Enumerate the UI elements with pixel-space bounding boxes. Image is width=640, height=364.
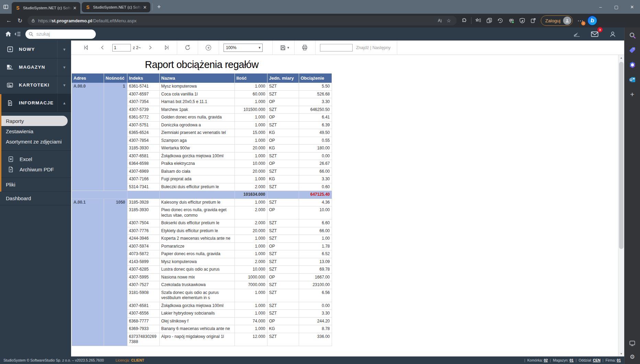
sidebar-settings-gear-icon[interactable]: ⚙ [628, 352, 637, 361]
obciazenie-cell: 1.00 [299, 235, 332, 243]
refresh-report-icon[interactable] [182, 42, 193, 54]
total-obciazenie-cell: 647125.40 [299, 191, 332, 199]
send-plane-icon[interactable] [572, 29, 582, 39]
back-icon[interactable]: ← [3, 15, 14, 26]
close-tab-icon[interactable]: ✕ [142, 4, 148, 10]
sidebar-item-label: Pliki [6, 182, 15, 187]
ilosc-cell: 1.000 [235, 152, 267, 160]
add-sidebar-item-icon[interactable]: + [628, 90, 637, 99]
read-aloud-icon[interactable]: A) [435, 16, 444, 25]
vertical-scrollbar[interactable]: ▲ ▼ [618, 55, 624, 356]
context-value-link[interactable]: 01 [570, 358, 574, 362]
informacje-section: INFORMACJE ▲ RaportyZestawieniaAsortymen… [0, 94, 71, 192]
chevron-up-icon[interactable]: ▲ [57, 94, 71, 112]
sidebar-item-label: Dashboard [6, 195, 31, 201]
close-window-button[interactable]: ✕ [624, 0, 640, 14]
context-value-link[interactable]: 01 [617, 358, 621, 362]
ilosc-cell: 1.000 [235, 325, 267, 333]
minimize-button[interactable]: – [593, 0, 608, 14]
favorites-icon[interactable] [473, 15, 484, 26]
context-value-link[interactable]: CEN [593, 358, 601, 362]
status-separator: | [575, 358, 576, 362]
avatar [563, 16, 571, 25]
print-icon[interactable] [299, 42, 311, 54]
column-header-jedn-miary: Jedn. miary [267, 73, 299, 83]
indeks-cell: 6361-5772 [127, 114, 159, 122]
page-number-input[interactable] [112, 44, 131, 52]
new-tab-button[interactable]: + [154, 2, 164, 12]
browser-menu-icon[interactable]: ⋯ ↑ [575, 15, 586, 26]
maximize-button[interactable]: ▢ [608, 0, 624, 14]
app-search[interactable] [25, 30, 96, 39]
feedback-panel-icon[interactable] [628, 339, 637, 348]
browser-tab-inactive[interactable]: S StudioSystem.NET (c) SoftwareSt ✕ [82, 2, 150, 12]
microsoft-365-icon[interactable] [628, 60, 637, 69]
file-tools: ExcelArchiwum PDF [1, 151, 71, 178]
sidebar-item-dashboard[interactable]: Dashboard [0, 192, 71, 205]
close-tab-icon[interactable]: ✕ [72, 5, 78, 11]
chevron-down-icon[interactable]: ▼ [57, 76, 71, 94]
license-label: Licencja: [116, 358, 130, 362]
sidebar-item-zestawienia[interactable]: Zestawienia [1, 126, 71, 136]
share-icon[interactable] [528, 15, 539, 26]
tab-actions-icon[interactable] [0, 0, 12, 14]
obciazenie-cell: 244.20 [299, 317, 332, 325]
zoom-select[interactable]: 100% ▼ [224, 44, 263, 52]
scroll-up-icon[interactable]: ▲ [618, 55, 624, 60]
back-to-parent-icon[interactable] [203, 42, 214, 54]
extensions-icon[interactable] [459, 15, 470, 26]
first-page-icon[interactable] [80, 42, 92, 54]
chevron-down-icon[interactable]: ▼ [57, 58, 71, 76]
mail-icon[interactable]: 3 [590, 29, 599, 39]
sidebar-item-magazyn[interactable]: MAGAZYN▼ [0, 58, 71, 76]
scroll-down-icon[interactable]: ▼ [618, 351, 624, 356]
context-value-link[interactable]: 02 [544, 358, 548, 362]
next-page-icon[interactable] [144, 42, 156, 54]
nazwa-cell: Golden donec eros nulla, gravida [159, 114, 235, 122]
web-capture-icon[interactable] [517, 15, 528, 26]
sidebar-item-nowy[interactable]: NOWY▼ [0, 41, 71, 58]
sidebar-search-icon[interactable] [628, 31, 637, 40]
favorite-star-icon[interactable]: ☆ [444, 16, 453, 25]
login-button[interactable]: Zaloguj [541, 15, 573, 26]
obciazenie-cell: 0.00 [299, 152, 332, 160]
search-input[interactable] [36, 31, 93, 37]
find-next-labels[interactable]: Znajdź | Następny [356, 45, 391, 50]
chevron-down-icon[interactable]: ▼ [57, 41, 71, 58]
page-count-label: z 2~ [133, 45, 141, 50]
report-title: Raport obciążenia regałów [72, 59, 332, 70]
last-page-icon[interactable] [161, 42, 172, 54]
nazwa-cell: Żołądkowa gorzka miętowa 100ml [159, 302, 235, 310]
shopping-tag-icon[interactable] [628, 46, 637, 55]
obciazenie-cell: 0.60 [299, 183, 332, 191]
jednostka-cell: KG [267, 175, 299, 183]
bing-copilot-icon[interactable]: b [587, 15, 597, 26]
column-header-nośność: Nośność [104, 73, 127, 83]
browser-essentials-icon[interactable] [506, 15, 517, 26]
sidebar-item-raporty[interactable]: Raporty [1, 116, 68, 126]
sidebar-item-excel[interactable]: Excel [1, 154, 71, 164]
previous-page-icon[interactable] [96, 42, 108, 54]
chevron-down-icon[interactable]: ▼ [287, 46, 290, 49]
scrollbar-thumb[interactable] [619, 62, 624, 249]
history-icon[interactable] [495, 15, 506, 26]
user-icon[interactable] [608, 29, 617, 39]
outlook-icon[interactable] [628, 75, 637, 84]
collapse-menu-icon[interactable] [13, 29, 23, 39]
sidebar-item-asortyment-ze-zdjęciami[interactable]: Asortyment ze zdjęciami [1, 136, 71, 147]
address-bar[interactable]: https://st.programdemo.pl/DefaultLeftMen… [27, 16, 457, 25]
ilosc-cell: 1000.000 [235, 273, 267, 281]
obciazenie-cell: 3.30 [299, 98, 332, 106]
find-input[interactable] [320, 44, 353, 52]
total-ilosc-cell: 101634.000 [235, 191, 267, 199]
home-icon[interactable] [3, 29, 13, 39]
reload-icon[interactable]: ↻ [14, 15, 25, 26]
sidebar-item-pliki[interactable]: Pliki [1, 178, 71, 192]
sidebar-item-informacje[interactable]: INFORMACJE ▲ [1, 94, 71, 112]
sidebar-item-kartoteki[interactable]: KARTOTEKI▼ [0, 76, 71, 94]
collections-icon[interactable] [484, 15, 495, 26]
browser-tab-active[interactable]: S StudioSystem.NET (c) SoftwareSt ✕ [12, 2, 80, 14]
sidebar-item-archiwum-pdf[interactable]: Archiwum PDF [1, 164, 71, 174]
obciazenie-cell: 26.67 [299, 160, 332, 168]
context-links: |Komórka:02|Magazyn:01|Oddział:CEN|Firma… [522, 358, 621, 362]
